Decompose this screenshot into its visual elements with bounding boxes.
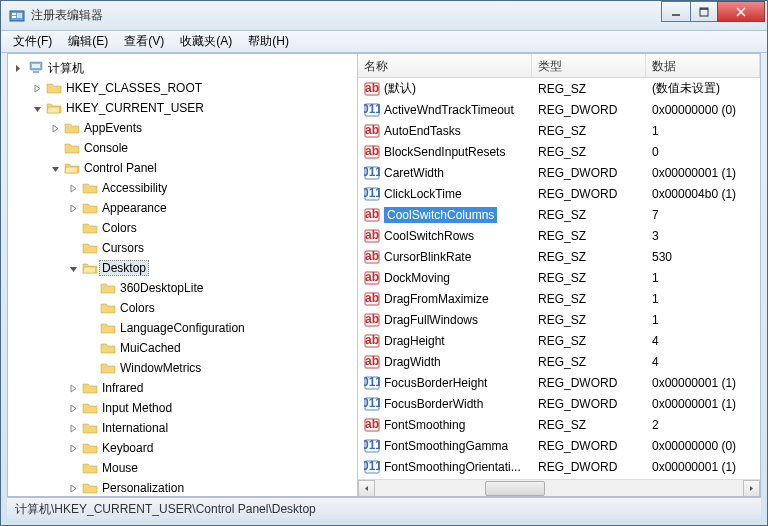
value-row[interactable]: 011FontSmoothingOrientati...REG_DWORD0x0… [358, 456, 760, 477]
titlebar[interactable]: 注册表编辑器 [1, 1, 767, 31]
expander-icon[interactable] [30, 81, 44, 95]
value-type: REG_SZ [532, 145, 646, 159]
tree-item[interactable]: Appearance [8, 198, 357, 218]
expander-icon[interactable] [48, 121, 62, 135]
tree-item[interactable]: 360DesktopLite [8, 278, 357, 298]
expander-icon[interactable] [66, 461, 80, 475]
tree-item[interactable]: International [8, 418, 357, 438]
tree-item[interactable]: Control Panel [8, 158, 357, 178]
tree-item[interactable]: Personalization [8, 478, 357, 496]
tree-item[interactable]: MuiCached [8, 338, 357, 358]
tree-item[interactable]: HKEY_CLASSES_ROOT [8, 78, 357, 98]
menu-help[interactable]: 帮助(H) [240, 30, 297, 53]
tree-item[interactable]: Desktop [8, 258, 357, 278]
value-row[interactable]: ab(默认)REG_SZ(数值未设置) [358, 78, 760, 99]
value-name: CursorBlinkRate [384, 250, 471, 264]
expander-icon[interactable] [66, 381, 80, 395]
tree-item[interactable]: Mouse [8, 458, 357, 478]
expander-icon[interactable] [30, 101, 44, 115]
value-row[interactable]: abAutoEndTasksREG_SZ1 [358, 120, 760, 141]
menu-file[interactable]: 文件(F) [5, 30, 60, 53]
value-row[interactable]: abDragFromMaximizeREG_SZ1 [358, 288, 760, 309]
expander-icon[interactable] [66, 181, 80, 195]
expander-icon[interactable] [48, 161, 62, 175]
value-row[interactable]: abCoolSwitchColumnsREG_SZ7 [358, 204, 760, 225]
list-pane: 名称 类型 数据 ab(默认)REG_SZ(数值未设置)011ActiveWnd… [358, 54, 760, 496]
value-row[interactable]: abBlockSendInputResetsREG_SZ0 [358, 141, 760, 162]
tree-item[interactable]: Keyboard [8, 438, 357, 458]
value-row[interactable]: abDockMovingREG_SZ1 [358, 267, 760, 288]
expander-icon[interactable] [66, 441, 80, 455]
value-row[interactable]: 011FocusBorderWidthREG_DWORD0x00000001 (… [358, 393, 760, 414]
value-type: REG_SZ [532, 250, 646, 264]
value-row[interactable]: abCoolSwitchRowsREG_SZ3 [358, 225, 760, 246]
menu-edit[interactable]: 编辑(E) [60, 30, 116, 53]
expander-icon[interactable] [84, 361, 98, 375]
value-name: FontSmoothingGamma [384, 439, 508, 453]
value-row[interactable]: abDragFullWindowsREG_SZ1 [358, 309, 760, 330]
tree-item[interactable]: Accessibility [8, 178, 357, 198]
string-value-icon: ab [364, 312, 380, 328]
scroll-left-button[interactable] [358, 480, 375, 497]
scroll-thumb[interactable] [485, 481, 545, 496]
folder-icon [100, 280, 116, 296]
scroll-right-button[interactable] [743, 480, 760, 497]
expander-icon[interactable] [66, 241, 80, 255]
menu-favorites[interactable]: 收藏夹(A) [172, 30, 240, 53]
value-row[interactable]: abFontSmoothingREG_SZ2 [358, 414, 760, 435]
tree-item[interactable]: Cursors [8, 238, 357, 258]
expander-icon[interactable] [66, 421, 80, 435]
scroll-track[interactable] [375, 480, 743, 497]
folder-icon [82, 180, 98, 196]
horizontal-scrollbar[interactable] [358, 479, 760, 496]
column-header-type[interactable]: 类型 [532, 54, 646, 77]
tree-pane[interactable]: 计算机 HKEY_CLASSES_ROOTHKEY_CURRENT_USERAp… [8, 54, 358, 496]
maximize-button[interactable] [690, 1, 718, 22]
expander-icon[interactable] [12, 61, 26, 75]
tree-item[interactable]: Colors [8, 218, 357, 238]
expander-icon[interactable] [66, 221, 80, 235]
folder-icon [64, 160, 80, 176]
value-row[interactable]: 011ActiveWndTrackTimeoutREG_DWORD0x00000… [358, 99, 760, 120]
expander-icon[interactable] [66, 481, 80, 495]
expander-icon[interactable] [84, 321, 98, 335]
value-name-cell: abCursorBlinkRate [358, 249, 532, 265]
value-row[interactable]: 011CaretWidthREG_DWORD0x00000001 (1) [358, 162, 760, 183]
tree-item[interactable]: Console [8, 138, 357, 158]
string-value-icon: ab [364, 81, 380, 97]
column-header-data[interactable]: 数据 [646, 54, 760, 77]
value-name: ActiveWndTrackTimeout [384, 103, 514, 117]
value-name-cell: abDragWidth [358, 354, 532, 370]
close-button[interactable] [717, 1, 765, 22]
value-row[interactable]: abDragWidthREG_SZ4 [358, 351, 760, 372]
value-data: 0x000004b0 (1) [646, 187, 760, 201]
list-body[interactable]: ab(默认)REG_SZ(数值未设置)011ActiveWndTrackTime… [358, 78, 760, 479]
expander-icon[interactable] [66, 201, 80, 215]
menu-view[interactable]: 查看(V) [116, 30, 172, 53]
value-type: REG_DWORD [532, 397, 646, 411]
tree-item[interactable]: WindowMetrics [8, 358, 357, 378]
expander-icon[interactable] [84, 281, 98, 295]
tree-item[interactable]: Input Method [8, 398, 357, 418]
tree-item[interactable]: HKEY_CURRENT_USER [8, 98, 357, 118]
expander-icon[interactable] [84, 341, 98, 355]
value-type: REG_SZ [532, 313, 646, 327]
value-row[interactable]: 011FontSmoothingGammaREG_DWORD0x00000000… [358, 435, 760, 456]
value-row[interactable]: abCursorBlinkRateREG_SZ530 [358, 246, 760, 267]
tree-item[interactable]: LanguageConfiguration [8, 318, 357, 338]
value-row[interactable]: abDragHeightREG_SZ4 [358, 330, 760, 351]
tree-item[interactable]: Colors [8, 298, 357, 318]
tree-root[interactable]: 计算机 [8, 58, 357, 78]
expander-icon[interactable] [84, 301, 98, 315]
column-header-name[interactable]: 名称 [358, 54, 532, 77]
tree-item[interactable]: Infrared [8, 378, 357, 398]
minimize-button[interactable] [661, 1, 691, 22]
value-data: 530 [646, 250, 760, 264]
expander-icon[interactable] [48, 141, 62, 155]
tree-item[interactable]: AppEvents [8, 118, 357, 138]
expander-icon[interactable] [66, 401, 80, 415]
value-name: BlockSendInputResets [384, 145, 505, 159]
expander-icon[interactable] [66, 261, 80, 275]
value-row[interactable]: 011FocusBorderHeightREG_DWORD0x00000001 … [358, 372, 760, 393]
value-row[interactable]: 011ClickLockTimeREG_DWORD0x000004b0 (1) [358, 183, 760, 204]
